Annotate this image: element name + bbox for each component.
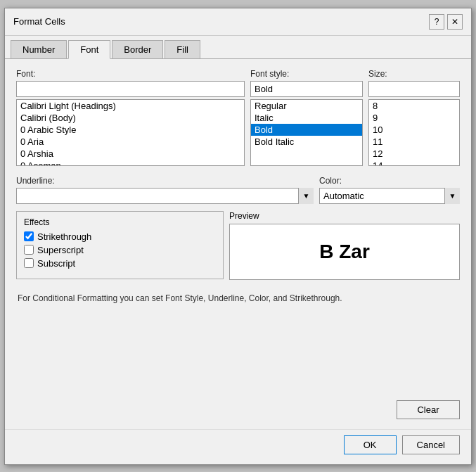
preview-label: Preview bbox=[229, 211, 460, 221]
effects-preview-row: Effects Strikethrough Superscript Subscr… bbox=[16, 211, 460, 286]
list-item[interactable]: 8 bbox=[369, 100, 459, 112]
list-item-selected[interactable]: Bold bbox=[251, 124, 362, 136]
tab-bar: Number Font Border Fill bbox=[5, 36, 471, 59]
preview-box: B Zar bbox=[229, 224, 460, 280]
tab-number[interactable]: Number bbox=[11, 40, 67, 58]
list-item[interactable]: 0 Aria bbox=[17, 136, 244, 148]
tab-font[interactable]: Font bbox=[68, 40, 110, 59]
superscript-row: Superscript bbox=[24, 245, 216, 255]
underline-label: Underline: bbox=[16, 176, 314, 186]
underline-column: Underline: ▼ bbox=[16, 176, 314, 204]
ok-button[interactable]: OK bbox=[344, 435, 397, 454]
list-item[interactable]: Regular bbox=[251, 100, 362, 112]
list-item[interactable]: Bold Italic bbox=[251, 136, 362, 148]
subscript-label: Subscript bbox=[37, 258, 75, 269]
font-column: Font: Calibri Light (Headings) Calibri (… bbox=[16, 69, 245, 166]
list-item[interactable]: 12 bbox=[369, 148, 459, 160]
underline-color-row: Underline: ▼ Color: Automatic ▼ bbox=[16, 176, 460, 204]
style-input[interactable] bbox=[250, 81, 363, 97]
color-label: Color: bbox=[319, 176, 460, 186]
list-item[interactable]: Italic bbox=[251, 112, 362, 124]
preview-section: Preview B Zar bbox=[229, 211, 460, 280]
style-list[interactable]: Regular Italic Bold Bold Italic bbox=[250, 99, 363, 166]
size-column: Size: 8 9 10 11 12 14 bbox=[368, 69, 460, 166]
format-cells-dialog: Format Cells ? ✕ Number Font Border Fill… bbox=[4, 8, 472, 465]
size-input[interactable] bbox=[368, 81, 460, 97]
font-style-size-row: Font: Calibri Light (Headings) Calibri (… bbox=[16, 69, 460, 166]
font-input[interactable] bbox=[16, 81, 245, 97]
color-column: Color: Automatic ▼ bbox=[319, 176, 460, 204]
superscript-label: Superscript bbox=[37, 245, 84, 255]
preview-text: B Zar bbox=[319, 241, 370, 263]
style-label: Font style: bbox=[250, 69, 363, 79]
color-select[interactable]: Automatic bbox=[319, 188, 460, 204]
superscript-checkbox[interactable] bbox=[24, 245, 34, 255]
font-list[interactable]: Calibri Light (Headings) Calibri (Body) … bbox=[16, 99, 245, 166]
dialog-title: Format Cells bbox=[13, 16, 65, 27]
font-label: Font: bbox=[16, 69, 245, 79]
size-list[interactable]: 8 9 10 11 12 14 bbox=[368, 99, 460, 166]
cancel-button[interactable]: Cancel bbox=[402, 435, 460, 454]
strikethrough-row: Strikethrough bbox=[24, 231, 216, 242]
size-label: Size: bbox=[368, 69, 460, 79]
tab-content: Font: Calibri Light (Headings) Calibri (… bbox=[5, 59, 471, 429]
list-item[interactable]: 0 Arshia bbox=[17, 148, 244, 160]
strikethrough-label: Strikethrough bbox=[37, 231, 91, 242]
help-button[interactable]: ? bbox=[429, 14, 444, 30]
close-button[interactable]: ✕ bbox=[447, 14, 463, 30]
list-item[interactable]: 0 Aseman bbox=[17, 160, 244, 166]
list-item[interactable]: 14 bbox=[369, 160, 459, 166]
underline-select-wrapper: ▼ bbox=[16, 188, 314, 204]
list-item[interactable]: 0 Arabic Style bbox=[17, 124, 244, 136]
title-bar: Format Cells ? ✕ bbox=[5, 8, 471, 36]
title-bar-controls: ? ✕ bbox=[429, 14, 463, 30]
subscript-row: Subscript bbox=[24, 258, 216, 269]
footer: OK Cancel bbox=[5, 429, 471, 464]
subscript-checkbox[interactable] bbox=[24, 258, 34, 268]
clear-button[interactable]: Clear bbox=[397, 400, 460, 419]
list-item[interactable]: 9 bbox=[369, 112, 459, 124]
list-item[interactable]: Calibri Light (Headings) bbox=[17, 100, 244, 112]
clear-row: Clear bbox=[16, 400, 460, 419]
tab-fill[interactable]: Fill bbox=[165, 40, 200, 58]
effects-legend: Effects bbox=[24, 217, 216, 227]
list-item[interactable]: Calibri (Body) bbox=[17, 112, 244, 124]
style-column: Font style: Regular Italic Bold Bold Ita… bbox=[250, 69, 363, 166]
effects-group: Effects Strikethrough Superscript Subscr… bbox=[16, 211, 224, 279]
list-item[interactable]: 10 bbox=[369, 124, 459, 136]
underline-select[interactable] bbox=[16, 188, 314, 204]
tab-border[interactable]: Border bbox=[112, 40, 163, 58]
info-text: For Conditional Formatting you can set F… bbox=[16, 293, 460, 303]
strikethrough-checkbox[interactable] bbox=[24, 231, 34, 241]
color-select-wrapper: Automatic ▼ bbox=[319, 188, 460, 204]
list-item[interactable]: 11 bbox=[369, 136, 459, 148]
